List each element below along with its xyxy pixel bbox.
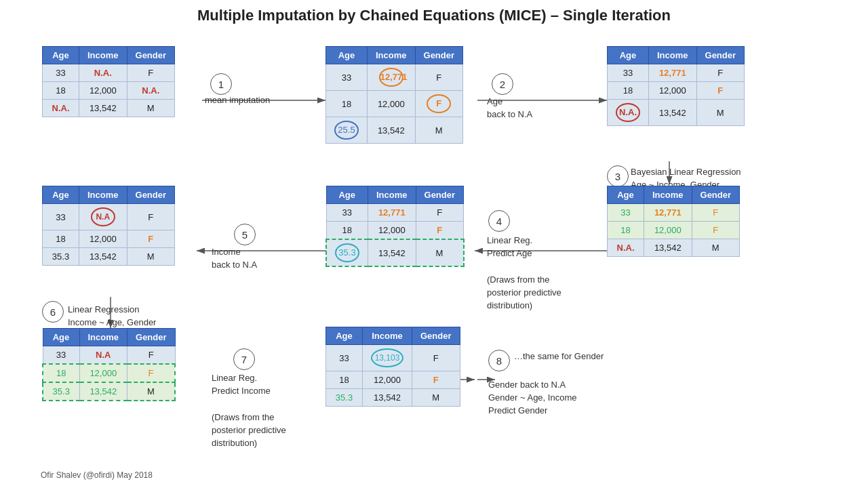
step-5-label: Incomeback to N.A: [212, 245, 257, 271]
t7-header-age: Age: [43, 329, 79, 346]
step-4-circle: 4: [488, 210, 510, 232]
t6-r3-age: 35.3: [43, 248, 79, 266]
t1-header-income: Income: [79, 47, 127, 64]
step-8-label: …the same for Gender: [514, 350, 604, 363]
t2-r2-income: 12,000: [368, 91, 416, 117]
t2-r1-income: 12,771: [368, 64, 416, 91]
t3-r3-income: 13,542: [649, 100, 697, 126]
t6-header-income: Income: [79, 186, 127, 204]
t2-r3-gender: M: [415, 117, 463, 144]
step-2-label: Ageback to N.A: [487, 95, 532, 121]
t4-r1-gender: F: [692, 204, 740, 222]
t3-r1-income: 12,771: [649, 64, 697, 82]
t2-header-gender: Gender: [415, 47, 463, 64]
page-title: Multiple Imputation by Chained Equations…: [0, 7, 868, 24]
t4-r1-income: 12,771: [644, 204, 692, 222]
table-row: 33 N.A F: [43, 346, 175, 365]
t3-r2-age: 18: [608, 82, 649, 100]
table-row: 18 12,000 N.A.: [43, 82, 175, 100]
t8-r2-gender: F: [412, 371, 460, 389]
step-3-circle: 3: [607, 165, 629, 187]
t1-r3-gender: M: [127, 100, 175, 117]
table-row: 35.3 13,542 M: [326, 389, 460, 407]
t3-r2-income: 12,000: [649, 82, 697, 100]
t1-r2-age: 18: [43, 82, 79, 100]
t6-r1-income-circle: N.A: [91, 207, 115, 226]
t2-r1-gender: F: [415, 64, 463, 91]
t4-r3-gender: M: [692, 239, 740, 257]
t4-header-gender: Gender: [692, 186, 740, 204]
table-row: N.A. 13,542 M: [608, 239, 740, 257]
t8-header-age: Age: [326, 327, 363, 345]
t2-r3-income: 13,542: [368, 117, 416, 144]
t3-header-income: Income: [649, 47, 697, 64]
table-3: Age Income Gender 33 12,771 F 18 12,000 …: [607, 46, 745, 126]
step-5-circle: 5: [234, 224, 256, 245]
t5-r1-age: 33: [326, 204, 368, 222]
t6-r1-income: N.A: [79, 204, 127, 230]
t3-r2-gender: F: [696, 82, 745, 100]
t3-r1-age: 33: [608, 64, 649, 82]
t5-r1-income: 12,771: [368, 204, 416, 222]
t5-r3-income: 13,542: [368, 239, 416, 266]
table-row: N.A. 13,542 M: [43, 100, 175, 117]
t6-r2-income: 12,000: [79, 230, 127, 248]
step-1: 1: [210, 73, 232, 95]
t8-r3-gender: M: [412, 389, 460, 407]
step-8: 8: [488, 350, 510, 371]
t2-r1-age: 33: [326, 64, 368, 91]
step-6-circle: 6: [42, 301, 64, 323]
t7-header-gender: Gender: [127, 329, 176, 346]
t2-r3-age-circle: 25.5: [334, 121, 359, 140]
t8-r3-income: 13,542: [363, 389, 412, 407]
t4-r3-income: 13,542: [644, 239, 692, 257]
table-row: 18 12,000 F: [326, 371, 460, 389]
t5-r2-age: 18: [326, 222, 368, 240]
table-row: 25.5 13,542 M: [326, 117, 463, 144]
t2-header-income: Income: [368, 47, 416, 64]
t3-r3-gender: M: [696, 100, 745, 126]
t1-r1-gender: F: [127, 64, 175, 82]
t5-r3-age: 35.3: [326, 239, 368, 266]
step-4: 4: [488, 210, 510, 232]
table-row: 33 12,771 F: [608, 64, 745, 82]
t5-r3-age-circle: 35.3: [335, 243, 359, 262]
table-row: 33 N.A. F: [43, 64, 175, 82]
t7-r2-gender: F: [127, 364, 176, 382]
t7-r2-age: 18: [43, 364, 79, 382]
t6-r3-income: 13,542: [79, 248, 127, 266]
t6-r2-gender: F: [127, 230, 175, 248]
step-4-label: Linear Reg.Predict Age(Draws from thepos…: [487, 234, 561, 312]
table-4: Age Income Gender 33 12,771 F 18 12,000 …: [607, 186, 740, 257]
step-3: 3: [607, 165, 629, 187]
table-row: 33 13,103 F: [326, 345, 460, 371]
t6-r1-gender: F: [127, 204, 175, 230]
table-row: 18 12,000 F: [608, 222, 740, 239]
t7-r3-age: 35.3: [43, 382, 79, 401]
step-2: 2: [492, 73, 513, 95]
t3-r3-age: N.A.: [608, 100, 649, 126]
table-8: Age Income Gender 33 13,103 F 18 12,000 …: [326, 327, 460, 407]
table-7: Age Income Gender 33 N.A F 18 12,000 F 3…: [42, 328, 176, 401]
t6-r1-age: 33: [43, 204, 79, 230]
t2-r1-income-circle: 12,771: [379, 68, 403, 87]
step-6: 6: [42, 301, 64, 323]
t8-r1-gender: F: [412, 345, 460, 371]
t8-header-gender: Gender: [412, 327, 460, 345]
table-row: 18 12,000 F: [43, 230, 175, 248]
table-row: 18 12,000 F: [326, 91, 463, 117]
step-5: 5: [234, 224, 256, 245]
t8-header-income: Income: [363, 327, 412, 345]
t1-r2-income: 12,000: [79, 82, 127, 100]
t6-r3-gender: M: [127, 248, 175, 266]
t7-r1-income: N.A: [79, 346, 127, 365]
t4-header-age: Age: [608, 186, 644, 204]
table-row: 18 12,000 F: [326, 222, 464, 240]
step-1-label: mean imputation: [205, 94, 270, 106]
table-row: 33 12,771 F: [326, 64, 463, 91]
t5-r2-income: 12,000: [368, 222, 416, 240]
t2-r2-gender-circle: F: [427, 94, 451, 113]
t1-r3-age: N.A.: [43, 100, 79, 117]
t4-r1-age: 33: [608, 204, 644, 222]
step-7-circle: 7: [233, 348, 255, 370]
